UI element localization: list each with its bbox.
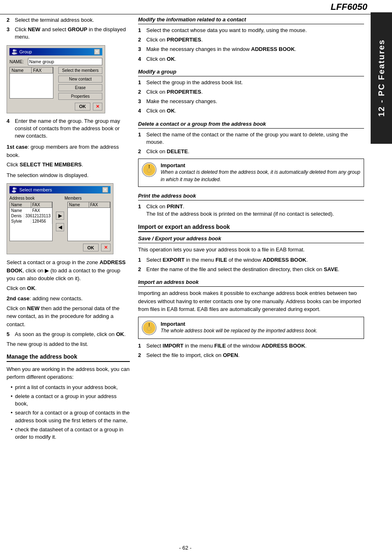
ab-empty-space xyxy=(10,224,52,240)
remove-arrow-btn[interactable]: ◀ xyxy=(56,223,64,231)
step-5-num: 5 xyxy=(7,331,12,338)
import-heading: Import an address book xyxy=(138,279,364,287)
export-step-2: 2 Enter the name of the file and select … xyxy=(138,266,364,273)
dialog-name-label: NAME: xyxy=(9,59,28,64)
step-3-num: 3 xyxy=(7,26,12,41)
chapter-tab: 12 - PC Features xyxy=(371,12,392,144)
step-5-text: As soon as the group is complete, click … xyxy=(15,331,126,338)
delete-important-box: ! Important When a contact is deleted fr… xyxy=(138,159,364,187)
right-column: Modify the information related to a cont… xyxy=(138,16,364,447)
members-panel: Name FAX xyxy=(67,202,111,241)
select-dialog-close[interactable]: ✕ xyxy=(102,187,108,193)
modify-contact-step-3: 3 Make the necessary changes in the wind… xyxy=(138,46,364,53)
svg-point-6 xyxy=(12,190,16,193)
members-label: Members xyxy=(65,196,111,200)
save-export-intro: This operation lets you save your addres… xyxy=(138,246,364,254)
dialog-name-input[interactable] xyxy=(28,58,102,65)
select-dialog-buttons: OK ✕ xyxy=(9,244,111,251)
ab-r3-fax: 128456 xyxy=(31,219,53,224)
delete-step-1: 1 Select the name of the contact or the … xyxy=(138,131,364,146)
step-3-text: Click NEW and select GROUP in the displa… xyxy=(15,26,130,41)
properties-btn[interactable]: Properties xyxy=(58,93,102,100)
bullet-4: •check the datasheet of a contact or a g… xyxy=(11,426,130,441)
select-members-btn[interactable]: Select the members xyxy=(58,67,102,74)
modify-contact-step-1: 1 Select the contact whose data you want… xyxy=(138,27,364,34)
import-section: Import an address book Importing an addr… xyxy=(138,279,364,359)
select-dialog-icon xyxy=(12,187,18,193)
modify-group-section: Modify a group 1 Select the group in the… xyxy=(138,69,364,115)
svg-text:!: ! xyxy=(148,164,150,169)
case2-block: 2nd case: adding new contacts. Click on … xyxy=(7,295,130,328)
dialog-name-row: NAME: xyxy=(9,58,102,65)
select-dialog-titlebar: Select members ✕ xyxy=(9,186,111,193)
import-step-2: 2 Select the file to import, click on OP… xyxy=(138,352,364,359)
svg-point-3 xyxy=(14,52,17,54)
select-two-col: Name FAX Name FAX Denis 33612123113 Sylv… xyxy=(9,202,111,241)
dialog-titlebar: Group ✕ xyxy=(9,48,102,55)
mem-fax-col: FAX xyxy=(89,202,111,207)
erase-btn[interactable]: Erase xyxy=(58,84,102,91)
addressbook-label: Address book xyxy=(9,196,55,200)
bullet-1: •print a list of contacts in your addres… xyxy=(11,384,130,391)
case1-block: 1st case: group members are from the add… xyxy=(7,143,130,169)
case1-text: 1st case: group members are from the add… xyxy=(7,143,130,159)
export-step-1: 1 Select EXPORT in the menu FILE of the … xyxy=(138,256,364,264)
modify-contact-step-2: 2 Click on PROPERTIES. xyxy=(138,36,364,44)
page-number: - 62 - xyxy=(0,545,371,551)
import-important-text: The whole address book will be replaced … xyxy=(161,327,318,334)
modify-group-step-4: 4 Click on OK. xyxy=(138,107,364,115)
group-cancel-btn[interactable]: ✕ xyxy=(93,103,102,111)
svg-point-14 xyxy=(147,327,151,331)
import-step-1: 1 Select IMPORT in the menu FILE of the … xyxy=(138,342,364,350)
select-members-dialog: Select members ✕ Address book Members Na… xyxy=(7,183,113,254)
case2-click: Click on NEW then add the personal data … xyxy=(7,304,130,329)
modify-contact-heading: Modify the information related to a cont… xyxy=(138,16,364,24)
ab-r3-name: Sylvie xyxy=(10,219,31,224)
group-side-buttons: Select the members New contact Erase Pro… xyxy=(58,67,102,100)
group-table-header: Name FAX xyxy=(10,67,53,74)
ab-r2-fax: 33612123113 xyxy=(24,213,52,219)
manage-section: Manage the address book When you are wor… xyxy=(7,353,130,441)
left-column: 2 Select the terminal address book. 3 Cl… xyxy=(7,16,130,447)
members-header: Name FAX xyxy=(68,202,110,208)
add-arrow-btn[interactable]: ▶ xyxy=(56,212,64,220)
important-icon-import: ! xyxy=(142,320,157,335)
step-5: 5 As soon as the group is complete, clic… xyxy=(7,331,130,338)
import-important-box: ! Important The whole address book will … xyxy=(138,317,364,339)
case1-click: Click SELECT THE MEMBERS. xyxy=(7,161,130,169)
important-label-import: Important xyxy=(161,321,318,327)
svg-point-10 xyxy=(147,168,151,173)
delete-section: Delete a contact or a group from the add… xyxy=(138,121,364,187)
modify-contact-step-4: 4 Click on OK. xyxy=(138,55,364,63)
select-ok-btn[interactable]: OK xyxy=(83,244,99,251)
group-dialog-close[interactable]: ✕ xyxy=(94,49,100,55)
print-section: Print the address book 1 Click on PRINT.… xyxy=(138,193,364,218)
svg-point-5 xyxy=(15,188,17,190)
print-heading: Print the address book xyxy=(138,193,364,200)
select-panel-labels: Address book Members xyxy=(9,196,111,200)
import-export-heading: Import or export an address book xyxy=(138,223,364,232)
step-4: 4 Enter the name of the group. The group… xyxy=(7,117,130,140)
group-dialog-table: Name FAX xyxy=(9,67,53,99)
modify-group-step-1: 1 Select the group in the address book l… xyxy=(138,79,364,86)
print-step-1: 1 Click on PRINT.The list of the address… xyxy=(138,203,364,218)
svg-text:!: ! xyxy=(148,322,150,327)
new-group-added: The new group is added to the list. xyxy=(7,340,130,348)
modify-contact-section: Modify the information related to a cont… xyxy=(138,16,364,63)
modify-group-step-3: 3 Make the necessary changes. xyxy=(138,98,364,105)
addressbook-header: Name FAX xyxy=(10,202,52,208)
addressbook-instruction: Select a contact or a group in the zone … xyxy=(7,258,130,292)
ab-r2-name: Denis xyxy=(10,213,24,219)
delete-heading: Delete a contact or a group from the add… xyxy=(138,121,364,129)
group-dialog-title: Group xyxy=(19,49,32,54)
group-col-name: Name xyxy=(10,67,32,73)
manage-intro: When you are working in the address book… xyxy=(7,365,130,381)
new-contact-btn[interactable]: New contact xyxy=(58,76,102,83)
group-ok-btn[interactable]: OK xyxy=(75,103,91,111)
important-label-delete: Important xyxy=(161,162,360,168)
addressbook-panel: Name FAX Name FAX Denis 33612123113 Sylv… xyxy=(9,202,53,241)
group-col-fax: FAX xyxy=(32,67,53,73)
users-icon xyxy=(12,49,18,55)
select-cancel-btn[interactable]: ✕ xyxy=(101,244,111,251)
step-4-num: 4 xyxy=(7,117,12,140)
